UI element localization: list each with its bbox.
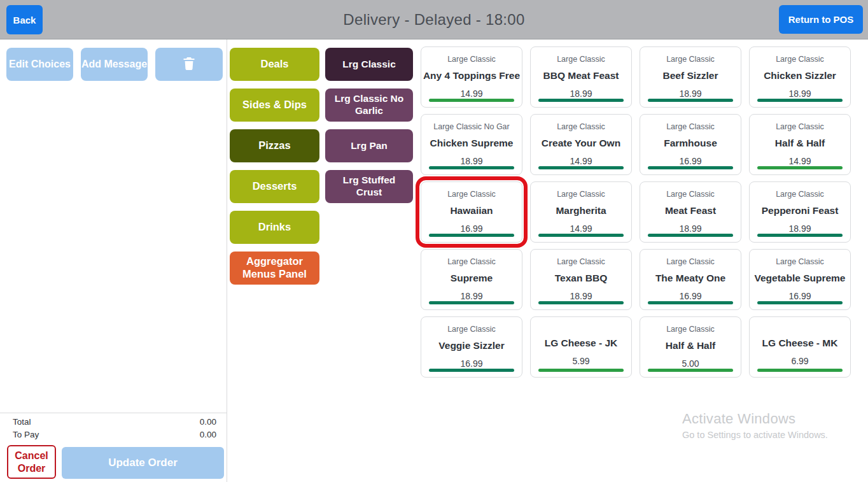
category-deals[interactable]: Deals — [230, 48, 319, 81]
product-size-label: Large Classic — [447, 325, 496, 334]
product-name: Supreme — [451, 273, 493, 284]
product-card-half-half[interactable]: Large ClassicHalf & Half14.99 — [749, 114, 851, 175]
product-card-supreme[interactable]: Large ClassicSupreme18.99 — [421, 249, 522, 310]
price-underline — [757, 166, 843, 169]
product-size-label: Large Classic — [666, 190, 715, 199]
return-to-pos-button[interactable]: Return to POS — [779, 5, 863, 34]
product-size-label: Large Classic — [666, 257, 715, 267]
product-card-farmhouse[interactable]: Large ClassicFarmhouse16.99 — [640, 114, 741, 175]
price-underline — [648, 369, 733, 372]
product-card-margherita[interactable]: Large ClassicMargherita14.99 — [530, 181, 632, 243]
product-name: Meat Feast — [665, 205, 716, 216]
size-column: Lrg ClassicLrg Classic No GarlicLrg PanL… — [325, 48, 413, 203]
price-underline — [538, 99, 624, 102]
price-underline — [648, 301, 733, 304]
watermark-line1: Activate Windows — [682, 411, 828, 427]
product-price: 18.99 — [788, 89, 811, 99]
price-underline — [538, 234, 624, 237]
product-price: 14.99 — [460, 89, 482, 99]
product-grid: Large ClassicAny 4 Toppings Free14.99Lar… — [421, 46, 851, 378]
product-size-label: Large Classic — [776, 257, 824, 267]
total-label: To Pay — [13, 430, 39, 439]
price-underline — [429, 99, 514, 102]
add-message-button[interactable]: Add Message — [81, 48, 148, 81]
product-card-lg-cheese-mk[interactable]: LG Cheese - MK6.99 — [749, 316, 851, 378]
product-card-hawaiian[interactable]: Large ClassicHawaiian16.99 — [421, 181, 522, 243]
product-price: 18.99 — [679, 223, 701, 234]
product-name: Farmhouse — [664, 138, 717, 149]
price-underline — [429, 301, 514, 304]
product-name: Texan BBQ — [555, 273, 607, 284]
product-name: Chicken Sizzler — [764, 70, 836, 82]
product-price: 18.99 — [570, 89, 592, 99]
category-sides-dips[interactable]: Sides & Dips — [230, 89, 319, 122]
price-underline — [757, 99, 843, 102]
price-underline — [538, 166, 624, 169]
product-name: Margherita — [556, 205, 606, 216]
product-price: 18.99 — [460, 291, 482, 301]
product-price: 5.00 — [682, 358, 699, 369]
product-size-label: Large Classic — [557, 257, 605, 267]
product-name: Any 4 Toppings Free — [423, 70, 520, 82]
product-card-bbq-meat-feast[interactable]: Large ClassicBBQ Meat Feast18.99 — [530, 46, 632, 108]
product-card-chicken-supreme[interactable]: Large Classic No GarChicken Supreme18.99 — [421, 114, 522, 175]
product-price: 18.99 — [788, 223, 811, 234]
price-underline — [429, 234, 514, 237]
product-size-label: Large Classic — [666, 55, 715, 64]
total-row-to-pay: To Pay0.00 — [13, 430, 216, 439]
price-underline — [757, 234, 843, 237]
product-card-lg-cheese-jk[interactable]: LG Cheese - JK5.99 — [530, 316, 632, 378]
product-card-texan-bbq[interactable]: Large ClassicTexan BBQ18.99 — [530, 249, 632, 310]
product-card-half-half[interactable]: Large ClassicHalf & Half5.00 — [640, 316, 741, 378]
total-label: Total — [13, 417, 31, 427]
product-card-vegetable-supreme[interactable]: Large ClassicVegetable Supreme16.99 — [749, 249, 851, 310]
product-card-the-meaty-one[interactable]: Large ClassicThe Meaty One16.99 — [640, 249, 741, 310]
product-name: BBQ Meat Feast — [543, 70, 619, 82]
order-panel: Edit Choices Add Message Total0.00To Pay… — [0, 39, 227, 482]
product-price: 6.99 — [791, 356, 808, 366]
category-desserts[interactable]: Desserts — [230, 170, 319, 203]
product-card-create-your-own[interactable]: Large ClassicCreate Your Own14.99 — [530, 114, 632, 175]
product-card-veggie-sizzler[interactable]: Large ClassicVeggie Sizzler16.99 — [421, 316, 522, 378]
size-lrg-stuffed-crust[interactable]: Lrg Stuffed Crust — [325, 170, 413, 203]
product-size-label: Large Classic — [666, 325, 715, 334]
category-pizzas[interactable]: Pizzas — [230, 129, 319, 162]
product-name: Veggie Sizzler — [438, 340, 504, 351]
price-underline — [757, 369, 843, 372]
product-price: 18.99 — [679, 89, 701, 99]
product-price: 16.99 — [460, 358, 482, 369]
product-card-pepperoni-feast[interactable]: Large ClassicPepperoni Feast18.99 — [749, 181, 851, 243]
product-card-beef-sizzler[interactable]: Large ClassicBeef Sizzler18.99 — [640, 46, 741, 108]
product-price: 14.99 — [570, 156, 592, 166]
product-price: 16.99 — [460, 223, 482, 234]
update-order-button[interactable]: Update Order — [62, 447, 224, 479]
watermark-line2: Go to Settings to activate Windows. — [682, 430, 828, 440]
cancel-order-button[interactable]: Cancel Order — [7, 445, 56, 479]
product-price: 18.99 — [460, 156, 482, 166]
product-price: 14.99 — [570, 223, 592, 234]
price-underline — [757, 301, 843, 304]
price-underline — [429, 369, 514, 372]
price-underline — [648, 99, 733, 102]
product-card-any-4-toppings-free[interactable]: Large ClassicAny 4 Toppings Free14.99 — [421, 46, 522, 108]
product-card-meat-feast[interactable]: Large ClassicMeat Feast18.99 — [640, 181, 741, 243]
product-price: 18.99 — [570, 291, 592, 301]
top-bar: Back Delivery - Delayed - 18:00 Return t… — [0, 0, 868, 39]
total-value: 0.00 — [200, 430, 216, 439]
total-value: 0.00 — [200, 417, 216, 427]
product-size-label: Large Classic — [776, 55, 824, 64]
size-lrg-classic-no-garlic[interactable]: Lrg Classic No Garlic — [325, 89, 413, 122]
product-name: LG Cheese - MK — [762, 337, 838, 349]
delete-item-button[interactable] — [155, 48, 223, 81]
product-price: 14.99 — [788, 156, 811, 166]
edit-choices-button[interactable]: Edit Choices — [6, 48, 73, 81]
size-lrg-pan[interactable]: Lrg Pan — [325, 129, 413, 162]
page-title: Delivery - Delayed - 18:00 — [0, 0, 868, 39]
product-size-label: Large Classic — [447, 190, 496, 199]
category-aggregator-menus-panel[interactable]: Aggregator Menus Panel — [230, 252, 319, 285]
price-underline — [538, 301, 624, 304]
product-name: Half & Half — [666, 340, 715, 351]
product-card-chicken-sizzler[interactable]: Large ClassicChicken Sizzler18.99 — [749, 46, 851, 108]
category-drinks[interactable]: Drinks — [230, 211, 319, 244]
size-lrg-classic[interactable]: Lrg Classic — [325, 48, 413, 81]
